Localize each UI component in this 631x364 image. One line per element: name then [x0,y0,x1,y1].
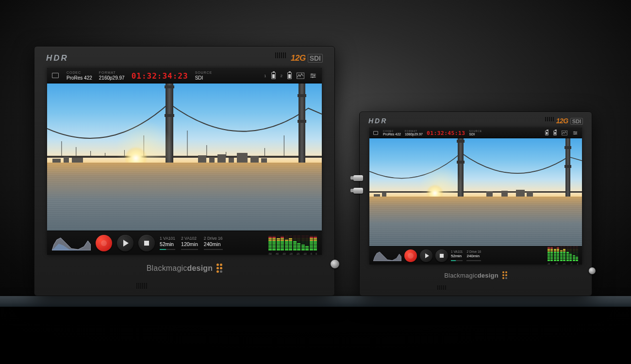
brand-text: Blackmagicdesign [444,272,498,279]
settings-icon[interactable] [309,72,317,80]
sdi-sdi-label: SDI [570,118,583,125]
format-value: 2160p29.97 [99,75,125,81]
meter-scale: -50 -40 -30 -20 -15 -10 -5 0 [268,252,317,255]
battery-2-icon[interactable] [287,72,292,79]
stage: HDR 12G SDI CODEC ProRes 422 FORMAT 2160… [0,0,631,364]
histogram-icon[interactable] [373,250,401,261]
media-slot-number: 2 [466,250,468,253]
media-slot-2[interactable]: 2 VA102 120min [181,236,198,250]
bnc-connector-icon [353,188,363,194]
meter-scale: -50 -30 -15 -5 0 [548,263,579,265]
transport-bar: 1 VA101 52min 2 Drive 16 240min -50 -30 [369,246,582,265]
batt1-label: 1 [264,74,266,78]
media-slot-2[interactable]: 2 Drive 16 240min [466,250,481,261]
stop-button[interactable] [138,235,155,251]
sdi-12g-label: 12G [556,117,568,125]
fullscreen-icon[interactable] [373,130,379,136]
scopes-icon[interactable] [297,72,304,80]
sdi-badge: 12G SDI [291,53,323,63]
hdr-badge: HDR [368,117,387,125]
hdr-badge: HDR [46,53,68,63]
media-slots: 1 VA101 52min 2 VA102 120min 2 Drive 16 … [160,236,223,250]
media-time: 120min [181,241,198,248]
media-slot-number: 1 [451,250,453,253]
media-progress [160,249,175,250]
battery-1-icon[interactable] [545,131,548,135]
media-time: 52min [451,254,462,259]
brand-label: Blackmagicdesign [360,265,592,279]
batt2-label: 2 [281,74,282,78]
speaker-grille-icon [437,285,446,290]
video-preview[interactable] [369,138,582,246]
sdi-badge: 12G SDI [556,117,583,125]
format-readout[interactable]: FORMAT 2160p29.97 [99,71,125,81]
bezel-top: HDR 12G SDI [34,47,334,66]
source-readout[interactable]: SOURCE SDI [469,130,482,136]
media-name: Drive 16 [469,250,481,253]
record-button[interactable] [404,249,417,262]
source-readout[interactable]: SOURCE SDI [195,71,213,81]
media-slots: 1 VA101 52min 2 Drive 16 240min [451,250,481,261]
bezel-top: HDR 12G SDI [360,112,592,127]
record-button[interactable] [96,235,112,251]
codec-value: ProRes 422 [383,132,401,136]
speaker-grille-icon [275,52,286,58]
status-bar: CODEC ProRes 422 FORMAT 1080p29.97 01:32… [369,128,582,138]
media-time: 240min [204,241,221,248]
media-name: VA102 [184,236,197,241]
media-name: VA101 [453,250,463,253]
svg-point-23 [574,132,575,132]
fullscreen-icon[interactable] [52,72,60,80]
media-progress [204,249,223,250]
video-assist-5in: HDR 12G SDI CODEC ProRes 422 FORMAT 1080… [359,112,592,296]
svg-point-25 [574,134,575,135]
svg-point-24 [576,132,577,133]
media-slot-1[interactable]: 1 VA101 52min [160,236,175,250]
brand-dots-icon [502,271,507,279]
touch-screen[interactable]: CODEC ProRes 422 FORMAT 1080p29.97 01:32… [369,128,582,265]
status-icons [545,130,578,136]
media-progress [181,249,198,250]
media-time: 240min [466,254,480,259]
source-value: SDI [195,75,213,81]
video-assist-7in: HDR 12G SDI CODEC ProRes 422 FORMAT 2160… [34,46,335,296]
format-head: FORMAT [99,71,125,75]
media-slot-3[interactable]: 2 Drive 16 240min [204,236,223,250]
media-name: Drive 16 [207,236,223,241]
media-slot-number: 1 [160,236,162,241]
transport-bar: 1 VA101 52min 2 VA102 120min 2 Drive 16 … [47,231,322,255]
svg-point-5 [314,75,315,77]
battery-2-icon[interactable] [553,131,557,135]
media-slot-number: 2 [181,236,183,241]
codec-value: ProRes 422 [66,75,92,81]
preview-water [369,197,582,246]
timecode-readout[interactable]: 01:32:45:13 [427,130,465,136]
svg-point-4 [311,74,313,75]
speaker-grille-icon [136,283,147,289]
audio-meters[interactable]: -50 -40 -30 -20 -15 -10 -5 0 [268,236,317,250]
histogram-icon[interactable] [52,236,91,250]
battery-1-icon[interactable] [271,72,276,79]
headphone-jack-icon [589,267,596,274]
brand-text: Blackmagicdesign [147,264,213,273]
scopes-icon[interactable] [562,130,567,136]
svg-point-6 [312,77,314,78]
media-slot-1[interactable]: 1 VA101 52min [451,250,463,261]
source-value: SDI [469,132,482,136]
touch-screen[interactable]: CODEC ProRes 422 FORMAT 2160p29.97 01:32… [47,68,322,255]
media-progress [451,260,463,261]
video-preview[interactable] [47,83,322,231]
timecode-readout[interactable]: 01:32:34:23 [132,71,188,81]
audio-meters[interactable]: -50 -30 -15 -5 0 [548,250,579,261]
codec-readout[interactable]: CODEC ProRes 422 [383,130,401,136]
play-button[interactable] [117,235,133,251]
format-value: 1080p29.97 [405,132,423,136]
media-slot-number: 2 [204,236,206,241]
preview-water [47,163,322,231]
play-button[interactable] [420,249,432,262]
brand-dots-icon [216,264,222,273]
format-readout[interactable]: FORMAT 1080p29.97 [405,130,423,136]
codec-readout[interactable]: CODEC ProRes 422 [66,71,92,81]
settings-icon[interactable] [572,130,578,136]
stop-button[interactable] [435,249,448,262]
